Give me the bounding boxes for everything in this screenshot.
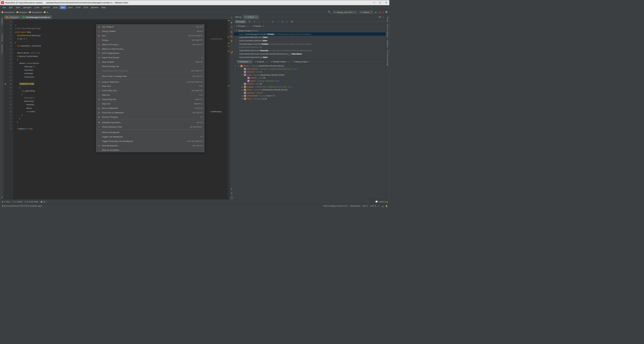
stack-frame[interactable]: ObjectMethodExecutor.Execute() in Micros… [233,49,385,52]
menu-navigate[interactable]: Navigate [22,5,33,9]
breadcrumb-item[interactable]: 📁A... [44,11,50,13]
readonly-lock-icon[interactable]: 🔒 [385,205,388,207]
rail-explorer[interactable]: 1: Explorer [1,16,3,27]
run-menu-item[interactable]: ✎Edit Configurations... [96,51,204,55]
run-menu-item[interactable]: ⤵Step OverF10 [96,84,204,88]
variable-row[interactable]: P ArtistId = {int} 48 [237,82,386,85]
menu-refactor[interactable]: Refactor [41,5,52,9]
run-menu-item[interactable]: ▶Run...Ctrl+Alt+Shift+R [96,33,204,38]
variable-row[interactable]: ▶O Created = {DateTime} "28/09/2018 16:1… [237,85,386,88]
stop-icon[interactable]: ■ [230,26,233,29]
breadcrumb-item[interactable]: 📁samples [16,11,27,13]
variable-row[interactable]: P ArtistId = {int} 48 [237,76,386,79]
run-menu-item[interactable]: ⇲Import Test Results▸ [96,55,204,60]
menu-view[interactable]: View [14,5,22,9]
editor-tab[interactable]: config.json [4,15,21,19]
status-project[interactable]: MusicStore [350,205,360,207]
run-menu-item[interactable]: ▸|Force Run to StatementCtrl+Alt+F9 [96,110,204,115]
step-into-icon[interactable]: ↓ [267,20,270,23]
run-menu-item[interactable]: ⇊Smart Step IntoShift+F7 [96,97,204,102]
menu-window[interactable]: Window [90,5,100,9]
debug-minimize-icon[interactable]: — [382,16,384,18]
variable-row[interactable]: ▶O Price = {decimal} 8.99 [237,97,386,100]
stack-frame[interactable]: ActionMethodExecutor.TaskOfIActionResult… [233,52,385,56]
status-encoding[interactable]: UTF-8 [370,205,376,207]
run-menu-item[interactable]: ↓Step IntoF11 [96,93,204,97]
variable-row[interactable]: ▼O Artist = {Artist} {MusicStore.Models.… [237,73,386,76]
run-menu-item[interactable]: Restore Breakpoint [96,130,204,135]
debug-settings-icon[interactable]: ⚙ [379,16,381,18]
menu-file[interactable]: File [1,5,8,9]
run-menu-item[interactable]: ⊞Evaluate Expression...Alt+F8 [96,120,204,125]
stop-button[interactable]: ■ [383,11,384,13]
event-log-button[interactable]: 💬Event Log [375,201,388,203]
run-menu-item[interactable]: Toggle Temporary Line BreakpointCtrl+Alt… [96,139,204,143]
maximize-button[interactable]: ☐ [379,1,381,4]
settings-icon[interactable]: ⚙ [230,40,233,43]
debugger-tab-button[interactable]: Debugger [235,20,246,23]
rerun-icon[interactable]: ↻ [230,16,233,19]
force-step-over-icon[interactable]: ⤵ [262,20,265,23]
run-menu-item[interactable]: Toggle Line BreakpointF9 [96,135,204,139]
run-menu-item[interactable]: 🐞Debug...Alt+Shift+F9 [96,38,204,42]
editor-tab[interactable]: StoreManagerController.cs [21,15,52,19]
solution-config-dropdown[interactable]: ⟳ Debug | Any CPU ▼ [333,10,357,14]
variable-row[interactable]: P AlbumArtUrl = {string} "~/Images/place… [237,67,386,70]
status-target-framework[interactable]: .NETCoreApp,Version=v2.1 [323,205,348,207]
run-menu-item[interactable]: ▸|Run to StatementCtrl+F10 [96,106,204,110]
evaluate-icon[interactable]: ⊞ [291,20,293,23]
menu-help[interactable]: Help [100,5,107,9]
stack-frame[interactable]: StoreManagerController.Details() in Musi… [233,42,385,46]
run-tool-window-button[interactable]: ▶4: Run [2,201,10,203]
breadcrumb-item[interactable]: 📁MusicStore [29,11,42,13]
menu-tools[interactable]: Tools [74,5,82,9]
menu-run[interactable]: Run [59,5,66,9]
run-menu-item[interactable]: ◉View Breakpoints...Ctrl+Alt+F8 [96,143,204,148]
rail-errors[interactable]: Errors In Solution [386,23,389,39]
menu-tests[interactable]: Tests [66,5,74,9]
stack-frame[interactable]: AsyncTaskMethodBuilder.Start [233,39,385,42]
resume-icon[interactable]: ▶ [230,21,233,24]
menu-vcs[interactable]: VCS [82,5,90,9]
pin-icon[interactable]: 📌 [230,51,233,54]
debug-view-tab[interactable]: ≡Parallel Stacks→▾ [270,60,290,63]
variable-row[interactable]: P GenreId = {int} 4 [237,91,386,94]
layout-icon[interactable]: ☰ [248,20,251,23]
show-exec-point-icon[interactable]: ⇥ [253,20,256,23]
unit-tests-tool-window-button[interactable]: ⬡8: Unit Tests [25,201,38,203]
menu-code[interactable]: Code [33,5,41,9]
git-branch-icon[interactable]: ⎇ [381,205,383,207]
debug-button[interactable]: 🐞 [378,11,381,14]
debug-view-tab[interactable]: ≡Console→▾ [254,60,268,63]
nav-up-icon[interactable]: ▲ [230,187,233,190]
variable-row[interactable]: ▼O album = {Album} {MusicStore.Models.Al… [237,64,386,67]
rail-star-icon[interactable]: ★ [1,196,3,200]
view-breakpoints-icon[interactable]: ◉ [230,30,233,33]
run-menu-item[interactable]: ↑Step OutShift+F11 [96,102,204,106]
run-menu-item[interactable]: ■Stop 'Default'Shift+F5 [96,60,204,64]
mute-breakpoints-icon[interactable]: ⊘ [230,35,233,38]
variable-row[interactable]: P AlbumId = {int} 3 [237,70,386,73]
debug-session-tab[interactable]: ⟳ Default × [243,15,259,19]
menu-build[interactable]: Build [52,5,60,9]
stack-frame[interactable]: AsyncMethodBuilderCore.Start [233,55,385,59]
add-watch-icon[interactable]: + [235,64,236,67]
terminal-tool-window-button[interactable]: ▣Te... [41,201,47,203]
force-run-to-cursor-icon[interactable]: ▸| [286,20,289,23]
rail-debug[interactable]: Debug [386,16,389,23]
thread-title[interactable]: ▼ Worker thread @3624 [233,29,385,32]
stack-frame[interactable]: AsyncMethodBuilderCore.Start [233,36,385,39]
variable-row[interactable]: P Name = {string} "Metallica" View [237,79,386,82]
stack-frame[interactable]: [Lightweight Method Call] [233,45,385,49]
view-link[interactable]: View [275,80,280,82]
run-menu-item[interactable]: ▶Resume ProgramF5 [96,115,204,119]
infinite-icon[interactable]: ∞ [230,197,233,200]
variable-row[interactable]: ▶O Genre = {Genre} {MusicStore.Models.Ge… [237,88,386,91]
run-menu-item[interactable]: 🐞Debug 'Default'Alt+F5 [96,29,204,33]
debug-view-tab[interactable]: ≡Variables→▾ [237,60,252,63]
todo-tool-window-button[interactable]: ≡6: TODO [12,201,22,203]
step-over-icon[interactable]: ⤵ [258,20,260,23]
editor-gutter[interactable]: 4243444546474849505152535455565758596061… [4,19,13,199]
step-out-icon[interactable]: ↑ [277,20,279,23]
rail-coverage[interactable]: Unit Tests Coverage [386,49,389,67]
